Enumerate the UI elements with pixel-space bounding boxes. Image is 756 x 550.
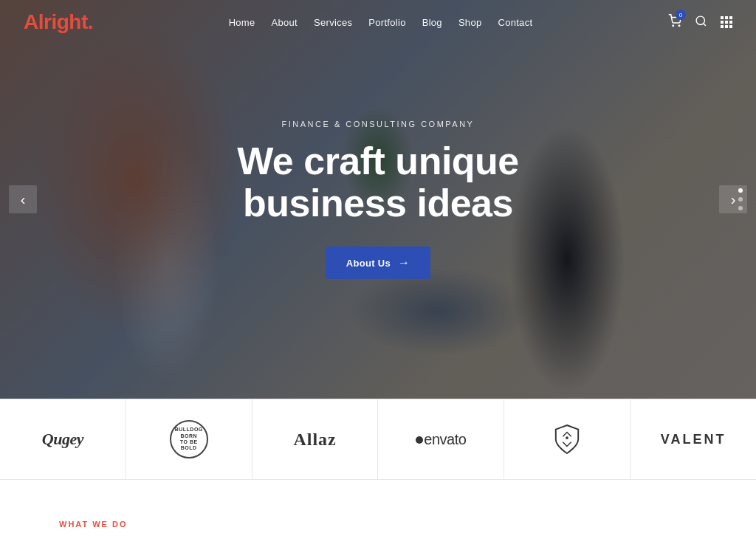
brand-valent: VALENT: [630, 399, 756, 479]
brand-logo-bulldog: BULLDOGBORNTO BEBOLD: [170, 420, 208, 458]
main-nav: HomeAboutServicesPortfolioBlogShopContac…: [229, 16, 533, 29]
cart-badge: 0: [676, 10, 686, 20]
brand-logo-allaz: Allaz: [293, 430, 336, 450]
brand-logo-envato: envato: [416, 431, 466, 448]
hero-dots: [738, 188, 743, 210]
svg-point-2: [696, 16, 704, 24]
header-actions: 0: [668, 14, 732, 30]
brands-bar: Qugey BULLDOGBORNTO BEBOLD Allaz envato: [0, 399, 756, 480]
hero-content: Finance & Consulting Company We craft un…: [157, 120, 599, 279]
what-we-do-section: WHAT WE DO: [0, 480, 756, 545]
dot-2[interactable]: [738, 197, 743, 202]
brand-logo-valent: VALENT: [661, 432, 726, 447]
logo-dot: .: [88, 10, 93, 33]
nav-item-contact[interactable]: Contact: [498, 17, 532, 28]
hero-section: ‹ Finance & Consulting Company We craft …: [0, 0, 756, 399]
nav-item-portfolio[interactable]: Portfolio: [368, 17, 405, 28]
brand-bulldog: BULLDOGBORNTO BEBOLD: [126, 399, 252, 479]
svg-line-3: [704, 23, 706, 25]
site-logo[interactable]: Alright.: [24, 12, 93, 33]
brand-allaz: Allaz: [252, 399, 379, 479]
hero-subtitle: Finance & Consulting Company: [157, 120, 599, 128]
hero-cta-button[interactable]: About Us →: [326, 247, 430, 279]
nav-item-shop[interactable]: Shop: [458, 17, 482, 28]
hero-prev-button[interactable]: ‹: [9, 185, 37, 213]
svg-point-4: [566, 436, 568, 439]
hero-title: We craft unique business ideas: [157, 140, 599, 224]
nav-item-about[interactable]: About: [272, 17, 298, 28]
section-label: WHAT WE DO: [59, 520, 128, 529]
brand-logo-shield: [553, 423, 581, 456]
svg-point-0: [673, 25, 674, 27]
brand-envato: envato: [378, 399, 504, 479]
cart-icon[interactable]: 0: [668, 14, 681, 30]
brand-qugey: Qugey: [0, 399, 126, 479]
brand-logo-qugey: Qugey: [42, 430, 83, 449]
apps-icon[interactable]: [721, 16, 732, 28]
logo-text: Alright: [24, 10, 88, 33]
nav-item-services[interactable]: Services: [314, 17, 352, 28]
dot-1[interactable]: [738, 188, 743, 193]
nav-item-blog[interactable]: Blog: [422, 17, 442, 28]
nav-item-home[interactable]: Home: [229, 17, 255, 28]
brand-shield: [504, 399, 630, 479]
svg-point-1: [678, 25, 680, 27]
hero-cta-label: About Us: [346, 258, 391, 269]
main-header: Alright. HomeAboutServicesPortfolioBlogS…: [0, 0, 756, 44]
arrow-right-icon: →: [398, 256, 410, 269]
hero-next-button[interactable]: ›: [719, 185, 747, 213]
search-icon[interactable]: [695, 15, 707, 30]
dot-3[interactable]: [738, 206, 743, 210]
